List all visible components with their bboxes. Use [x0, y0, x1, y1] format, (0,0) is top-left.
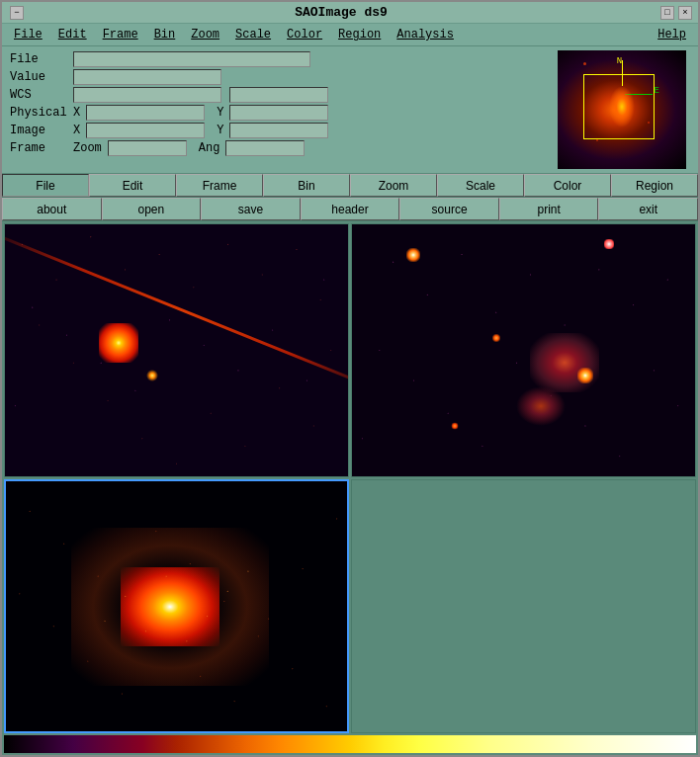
- frame2-nebula: [530, 333, 599, 392]
- wcs-input[interactable]: [73, 87, 221, 103]
- frame2-star5: [452, 423, 459, 430]
- image-label: Image: [10, 124, 69, 137]
- ang-input[interactable]: [225, 140, 305, 156]
- ang-label: Ang: [199, 141, 220, 155]
- btn-save[interactable]: save: [201, 198, 301, 220]
- wcs-label: WCS: [10, 88, 69, 102]
- toolbar-bin[interactable]: Bin: [263, 174, 350, 197]
- menu-bar: File Edit Frame Bin Zoom Scale Color Reg…: [2, 24, 698, 46]
- title-bar: − SAOImage ds9 □ ×: [2, 2, 698, 24]
- image-row: Image X Y: [10, 122, 552, 139]
- frame1-star-center: [99, 323, 138, 363]
- maximize-button[interactable]: □: [660, 6, 674, 20]
- toolbar-scale[interactable]: Scale: [437, 174, 524, 197]
- btn-print[interactable]: print: [499, 198, 599, 220]
- btn-about[interactable]: about: [2, 198, 102, 220]
- info-panel: File Value WCS Physical X Y: [2, 46, 698, 174]
- image-x-input[interactable]: [86, 123, 205, 138]
- value-label: Value: [10, 70, 69, 84]
- menu-frame[interactable]: Frame: [95, 26, 146, 43]
- toolbar-zoom[interactable]: Zoom: [350, 174, 437, 197]
- menu-region[interactable]: Region: [330, 26, 389, 43]
- toolbar-region[interactable]: Region: [611, 174, 698, 197]
- value-row: Value: [10, 68, 552, 86]
- wcs-row: WCS: [10, 86, 552, 104]
- menu-edit[interactable]: Edit: [50, 26, 95, 43]
- window-title: SAOImage ds9: [24, 5, 658, 20]
- toolbar-color[interactable]: Color: [524, 174, 611, 197]
- frame-2[interactable]: [351, 223, 696, 477]
- main-toolbar: File Edit Frame Bin Zoom Scale Color Reg…: [2, 174, 698, 198]
- north-label: N: [617, 56, 622, 66]
- star-dot-3: [596, 139, 598, 141]
- physical-row: Physical X Y: [10, 104, 552, 122]
- close-button[interactable]: ×: [678, 6, 692, 20]
- image-x-label: X: [73, 124, 80, 137]
- wcs-input2[interactable]: [229, 87, 328, 103]
- east-label: E: [655, 86, 659, 96]
- zoom-input[interactable]: [108, 140, 187, 156]
- value-input[interactable]: [73, 69, 221, 85]
- menu-color[interactable]: Color: [279, 26, 330, 43]
- main-window: − SAOImage ds9 □ × File Edit Frame Bin Z…: [0, 0, 700, 757]
- physical-x-input[interactable]: [86, 105, 205, 121]
- menu-bin[interactable]: Bin: [146, 26, 184, 43]
- file-label: File: [10, 52, 69, 66]
- file-input[interactable]: [73, 51, 310, 67]
- menu-analysis[interactable]: Analysis: [389, 26, 462, 43]
- frame2-noise: [352, 224, 695, 476]
- menu-scale[interactable]: Scale: [227, 26, 279, 43]
- frame2-star4: [492, 334, 500, 342]
- menu-zoom[interactable]: Zoom: [183, 26, 227, 43]
- compass-view: N E: [558, 50, 686, 169]
- frame3-dense-scatter: [74, 556, 279, 656]
- file-toolbar: about open save header source print exit: [2, 198, 698, 221]
- frame-3[interactable]: [4, 479, 349, 733]
- file-row: File: [10, 50, 552, 68]
- frames-container: [2, 221, 698, 735]
- frame1-purple-noise: [5, 224, 348, 476]
- menu-help[interactable]: Help: [650, 26, 694, 43]
- frame2-star2: [604, 239, 614, 249]
- frame2-cluster2: [516, 386, 566, 426]
- btn-open[interactable]: open: [102, 198, 202, 220]
- menu-file[interactable]: File: [6, 26, 50, 43]
- color-bar: [4, 735, 696, 753]
- frame-label: Frame: [10, 141, 69, 155]
- physical-label: Physical: [10, 106, 69, 120]
- compass-star: [609, 86, 635, 127]
- frame2-star1: [406, 248, 420, 262]
- frame1-companion: [146, 370, 158, 381]
- frame2-star3: [577, 368, 593, 383]
- physical-y-label: Y: [217, 106, 223, 120]
- minimize-button[interactable]: −: [10, 6, 24, 20]
- star-dot-2: [648, 122, 650, 124]
- btn-header[interactable]: header: [301, 198, 400, 220]
- zoom-label: Zoom: [73, 141, 102, 155]
- physical-x-label: X: [73, 106, 80, 120]
- frame-1[interactable]: [4, 223, 349, 477]
- btn-source[interactable]: source: [399, 198, 499, 220]
- frame-row: Frame Zoom Ang: [10, 139, 552, 157]
- physical-y-input[interactable]: [229, 105, 328, 121]
- image-y-label: Y: [217, 124, 223, 137]
- toolbar-edit[interactable]: Edit: [89, 174, 176, 197]
- btn-exit[interactable]: exit: [598, 198, 698, 220]
- image-y-input[interactable]: [229, 123, 328, 138]
- toolbar-file[interactable]: File: [2, 174, 89, 197]
- toolbar-frame[interactable]: Frame: [176, 174, 263, 197]
- star-dot-1: [583, 62, 586, 65]
- info-fields: File Value WCS Physical X Y: [10, 50, 552, 169]
- frame-4[interactable]: [351, 479, 696, 733]
